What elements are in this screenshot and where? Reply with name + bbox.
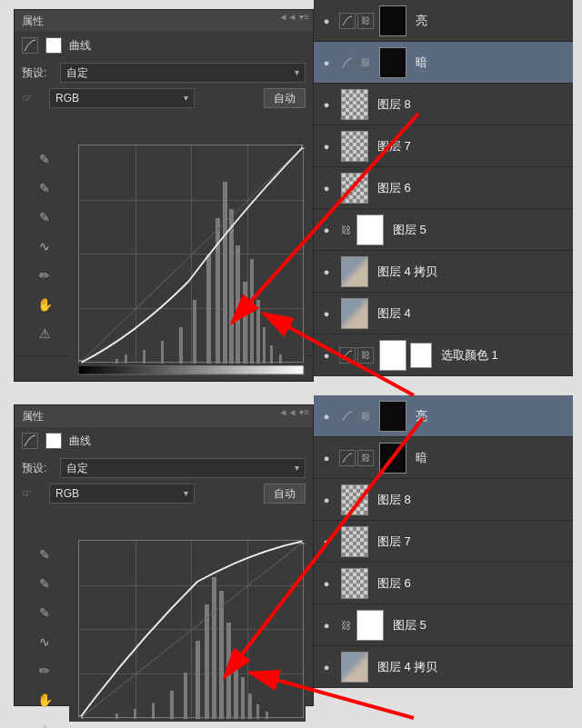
layer-name[interactable]: 图层 8 [377, 96, 411, 113]
eyedropper-white-icon[interactable]: ✎ [35, 604, 55, 621]
layer-mask-thumbnail[interactable] [410, 343, 432, 368]
curve-smooth-icon[interactable]: ∿ [35, 238, 55, 254]
layer-row[interactable]: ●图层 4 [314, 293, 573, 334]
layer-row[interactable]: ●⛓暗 [314, 437, 573, 479]
layer-thumbnail[interactable] [379, 401, 406, 432]
svg-rect-13 [256, 300, 260, 364]
layer-row[interactable]: ●⛓图层 5 [314, 604, 573, 646]
visibility-toggle[interactable]: ● [317, 616, 336, 634]
channel-select[interactable]: RGB▾ [49, 484, 195, 504]
visibility-toggle[interactable]: ● [317, 658, 336, 676]
visibility-toggle[interactable]: ● [317, 179, 336, 197]
channel-select[interactable]: RGB▾ [49, 88, 195, 108]
panel-tab-controls[interactable]: ◄◄ ▾≡ [279, 407, 309, 417]
layer-thumbnail[interactable] [379, 5, 406, 36]
warning-icon[interactable]: ⚠ [35, 721, 55, 728]
layer-row[interactable]: ●图层 6 [314, 563, 573, 604]
preset-select[interactable]: 自定▾ [60, 458, 306, 478]
layer-thumbnail[interactable] [379, 443, 406, 474]
layer-row[interactable]: ●图层 8 [314, 479, 573, 521]
layer-name[interactable]: 图层 8 [377, 492, 411, 508]
properties-panel: 属性 ◄◄ ▾≡ 曲线 预设: 自定▾ ☞ RG [14, 9, 314, 382]
layer-name[interactable]: 图层 7 [377, 138, 411, 155]
visibility-toggle[interactable]: ● [317, 95, 336, 114]
layer-name[interactable]: 图层 4 拷贝 [377, 659, 437, 675]
svg-rect-18 [79, 361, 82, 364]
layer-row[interactable]: ●⛓图层 5 [314, 209, 573, 251]
layer-name[interactable]: 暗 [416, 450, 427, 466]
auto-button[interactable]: 自动 [264, 484, 306, 504]
svg-rect-35 [248, 693, 252, 719]
layer-thumbnail[interactable] [341, 526, 368, 557]
layer-thumbnail[interactable] [341, 652, 368, 683]
layer-name[interactable]: 图层 6 [377, 180, 411, 196]
panel-tab-controls[interactable]: ◄◄ ▾≡ [279, 12, 309, 22]
auto-button[interactable]: 自动 [264, 88, 306, 108]
curve-hand-icon[interactable]: ✋ [35, 692, 55, 708]
layer-name[interactable]: 图层 4 拷贝 [377, 264, 437, 280]
layer-row[interactable]: ●⛓暗 [314, 42, 573, 84]
layer-row[interactable]: ●图层 8 [314, 84, 573, 125]
layers-panel-bottom: ●⛓亮●⛓暗●图层 8●图层 7●图层 6●⛓图层 5●图层 4 拷贝 [314, 395, 573, 688]
visibility-toggle[interactable]: ● [317, 574, 336, 593]
visibility-toggle[interactable]: ● [317, 137, 336, 155]
curve-smooth-icon[interactable]: ∿ [35, 633, 55, 650]
layer-row[interactable]: ●图层 4 拷贝 [314, 251, 573, 293]
layer-thumbnail[interactable] [341, 256, 368, 287]
layer-row[interactable]: ●⛓亮 [314, 395, 573, 437]
curve-pencil-icon[interactable]: ✏ [35, 267, 55, 284]
layer-name[interactable]: 亮 [416, 13, 427, 29]
svg-rect-24 [134, 709, 136, 719]
layer-thumbnail[interactable] [341, 131, 368, 162]
visibility-toggle[interactable]: ● [317, 407, 336, 425]
visibility-toggle[interactable]: ● [317, 54, 336, 72]
visibility-toggle[interactable]: ● [317, 304, 336, 323]
visibility-toggle[interactable]: ● [317, 533, 336, 551]
targeted-adjust-icon[interactable]: ☞ [22, 484, 44, 503]
preset-select[interactable]: 自定▾ [60, 63, 306, 83]
layer-thumbnail[interactable] [341, 173, 368, 204]
layer-row[interactable]: ●⛓选取颜色 1 [314, 334, 573, 376]
visibility-toggle[interactable]: ● [317, 449, 336, 467]
layer-row[interactable]: ●图层 7 [314, 125, 573, 167]
visibility-toggle[interactable]: ● [317, 263, 336, 281]
eyedropper-black-icon[interactable]: ✎ [35, 151, 55, 167]
layer-thumbnail[interactable] [341, 298, 368, 329]
layer-thumbnail[interactable] [379, 340, 406, 371]
warning-icon[interactable]: ⚠ [35, 325, 55, 342]
layer-name[interactable]: 图层 7 [377, 534, 411, 550]
targeted-adjust-icon[interactable]: ☞ [22, 89, 44, 107]
layer-thumbnail[interactable] [341, 89, 368, 120]
curve-pencil-icon[interactable]: ✏ [35, 663, 55, 679]
layer-thumbnail[interactable] [341, 568, 368, 599]
eyedropper-white-icon[interactable]: ✎ [35, 209, 55, 225]
layer-row[interactable]: ●⛓亮 [314, 0, 573, 42]
eyedropper-gray-icon[interactable]: ✎ [35, 575, 55, 592]
curve-editor[interactable] [69, 540, 306, 722]
visibility-toggle[interactable]: ● [317, 491, 336, 509]
curve-hand-icon[interactable]: ✋ [35, 296, 55, 313]
visibility-toggle[interactable]: ● [317, 346, 336, 364]
visibility-toggle[interactable]: ● [317, 12, 336, 30]
curve-editor[interactable] [69, 145, 306, 370]
layer-row[interactable]: ●图层 6 [314, 167, 573, 209]
layer-thumbnail[interactable] [356, 214, 384, 245]
layer-name[interactable]: 图层 6 [377, 575, 411, 592]
layer-name[interactable]: 暗 [416, 55, 427, 71]
layer-row[interactable]: ●图层 4 拷贝 [314, 646, 573, 688]
visibility-toggle[interactable]: ● [317, 221, 336, 239]
layer-name[interactable]: 图层 5 [393, 617, 426, 633]
layer-name[interactable]: 选取颜色 1 [441, 347, 498, 364]
layer-thumbnail[interactable] [379, 47, 406, 78]
svg-rect-34 [241, 677, 245, 719]
eyedropper-gray-icon[interactable]: ✎ [35, 180, 55, 196]
layer-name[interactable]: 图层 5 [393, 222, 426, 238]
layer-name[interactable]: 图层 4 [377, 305, 411, 322]
layer-name[interactable]: 亮 [416, 408, 427, 424]
layer-thumbnail[interactable] [356, 610, 384, 641]
eyedropper-black-icon[interactable]: ✎ [35, 546, 55, 563]
panel-header: 属性 ◄◄ ▾≡ [15, 10, 313, 32]
svg-rect-11 [243, 282, 247, 364]
layer-thumbnail[interactable] [341, 484, 368, 515]
layer-row[interactable]: ●图层 7 [314, 521, 573, 563]
